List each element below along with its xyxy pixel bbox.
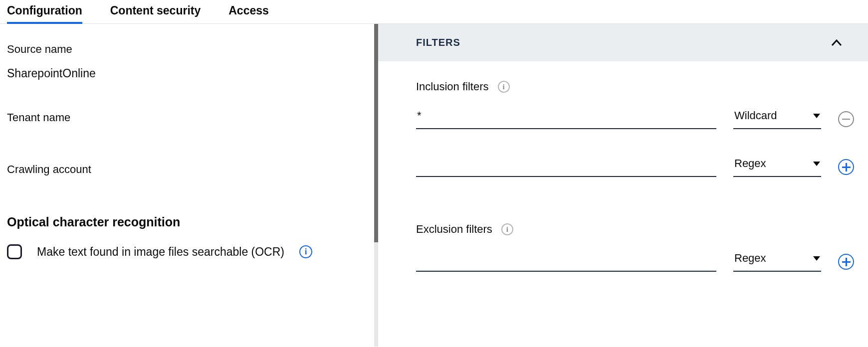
tab-bar: Configuration Content security Access bbox=[0, 0, 868, 24]
filters-panel-title: FILTERS bbox=[416, 37, 460, 48]
splitter-track bbox=[374, 242, 378, 347]
chevron-down-icon bbox=[813, 162, 820, 166]
ocr-checkbox[interactable] bbox=[7, 244, 22, 259]
right-pane: FILTERS Inclusion filters i Wildcard bbox=[378, 24, 868, 347]
exclusion-filters-label: Exclusion filters bbox=[416, 223, 492, 236]
exclusion-filter-input[interactable] bbox=[416, 249, 716, 272]
add-filter-button[interactable] bbox=[838, 159, 854, 175]
filters-panel-body: Inclusion filters i Wildcard Regex bbox=[378, 61, 868, 272]
inclusion-filter-type-select[interactable]: Regex bbox=[733, 154, 821, 177]
pane-splitter[interactable] bbox=[374, 24, 378, 347]
inclusion-filters-heading: Inclusion filters i bbox=[416, 80, 854, 93]
tenant-name-block: Tenant name bbox=[7, 111, 367, 124]
plus-icon bbox=[846, 258, 847, 266]
tab-access[interactable]: Access bbox=[228, 4, 269, 23]
chevron-up-icon bbox=[831, 39, 842, 46]
inclusion-filter-input[interactable] bbox=[416, 154, 716, 177]
ocr-checkbox-row: Make text found in image files searchabl… bbox=[7, 244, 367, 259]
exclusion-filter-row: Regex bbox=[416, 249, 854, 272]
source-name-label: Source name bbox=[7, 43, 367, 56]
crawling-account-label: Crawling account bbox=[7, 163, 367, 176]
tab-configuration[interactable]: Configuration bbox=[7, 4, 82, 23]
crawling-account-block: Crawling account bbox=[7, 163, 367, 176]
chevron-down-icon bbox=[813, 256, 820, 261]
exclusion-filter-type-select[interactable]: Regex bbox=[733, 249, 821, 272]
inclusion-filter-input[interactable] bbox=[416, 106, 716, 129]
inclusion-filter-type-value: Wildcard bbox=[734, 109, 777, 122]
info-icon[interactable]: i bbox=[501, 223, 513, 235]
tenant-name-label: Tenant name bbox=[7, 111, 367, 124]
add-filter-button[interactable] bbox=[838, 254, 854, 270]
info-icon[interactable]: i bbox=[299, 245, 312, 258]
source-name-value: SharepointOnline bbox=[7, 67, 367, 80]
main-split: Source name SharepointOnline Tenant name… bbox=[0, 24, 868, 347]
source-name-block: Source name SharepointOnline bbox=[7, 43, 367, 80]
inclusion-filter-row: Wildcard bbox=[416, 106, 854, 129]
exclusion-filters-heading: Exclusion filters i bbox=[416, 223, 854, 236]
exclusion-filter-type-value: Regex bbox=[734, 252, 766, 265]
tab-content-security[interactable]: Content security bbox=[110, 4, 201, 23]
inclusion-filters-label: Inclusion filters bbox=[416, 80, 489, 93]
left-pane: Source name SharepointOnline Tenant name… bbox=[0, 24, 374, 347]
inclusion-filter-type-value: Regex bbox=[734, 157, 766, 170]
ocr-heading: Optical character recognition bbox=[7, 215, 367, 229]
chevron-down-icon bbox=[813, 114, 820, 118]
splitter-handle[interactable] bbox=[374, 24, 378, 242]
plus-icon bbox=[846, 163, 847, 172]
info-icon[interactable]: i bbox=[498, 81, 510, 93]
minus-icon bbox=[842, 119, 850, 120]
filters-panel-header[interactable]: FILTERS bbox=[378, 24, 868, 61]
remove-filter-button[interactable] bbox=[838, 111, 854, 127]
inclusion-filter-row: Regex bbox=[416, 154, 854, 177]
inclusion-filter-type-select[interactable]: Wildcard bbox=[733, 106, 821, 129]
ocr-checkbox-label: Make text found in image files searchabl… bbox=[37, 245, 284, 259]
